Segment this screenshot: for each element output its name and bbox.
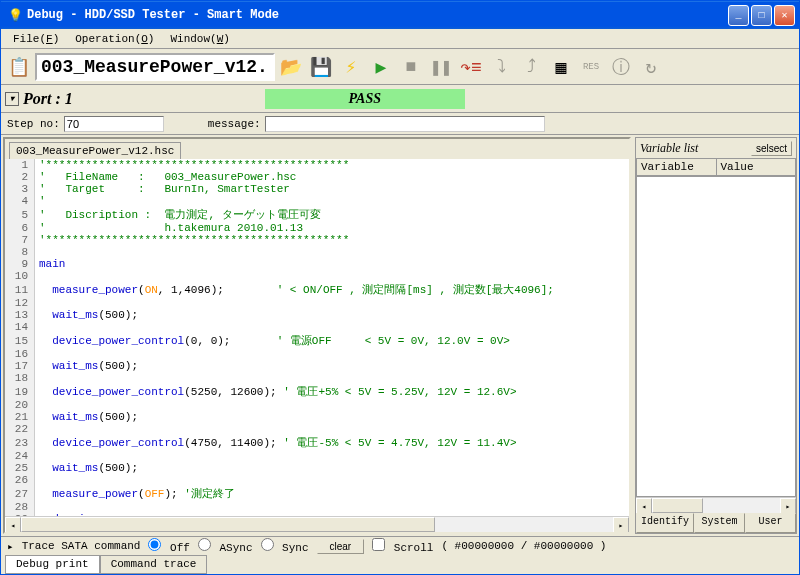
code-content[interactable]: ': [35, 195, 629, 207]
code-line[interactable]: 21 wait_ms(500);: [5, 411, 629, 423]
step-over-icon[interactable]: ↷≡: [457, 53, 485, 81]
scroll-right-icon[interactable]: ▸: [613, 517, 629, 533]
code-line[interactable]: 4': [5, 195, 629, 207]
code-content[interactable]: wait_ms(500);: [35, 462, 629, 474]
code-line[interactable]: 8: [5, 246, 629, 258]
code-content[interactable]: ' Target : BurnIn, SmartTester: [35, 183, 629, 195]
minimize-button[interactable]: _: [728, 5, 749, 26]
code-content[interactable]: measure_power(ON, 1,4096); ' < ON/OFF , …: [35, 282, 629, 297]
code-content[interactable]: measure_power(OFF); '測定終了: [35, 486, 629, 501]
code-content[interactable]: wait_ms(500);: [35, 411, 629, 423]
grid-icon[interactable]: ▦: [547, 53, 575, 81]
code-line[interactable]: 1'**************************************…: [5, 159, 629, 171]
column-variable[interactable]: Variable: [637, 159, 717, 175]
code-content[interactable]: main: [35, 258, 629, 270]
column-value[interactable]: Value: [717, 159, 796, 175]
tab-command-trace[interactable]: Command trace: [100, 555, 208, 574]
horizontal-scrollbar[interactable]: ◂ ▸: [5, 516, 629, 532]
code-line[interactable]: 13 wait_ms(500);: [5, 309, 629, 321]
tab-user[interactable]: User: [745, 513, 796, 533]
code-line[interactable]: 25 wait_ms(500);: [5, 462, 629, 474]
code-content[interactable]: end main: [35, 513, 629, 516]
code-content[interactable]: [35, 423, 629, 435]
open-folder-icon[interactable]: 📂: [277, 53, 305, 81]
code-content[interactable]: wait_ms(500);: [35, 309, 629, 321]
code-content[interactable]: [35, 399, 629, 411]
scroll-right-icon[interactable]: ▸: [780, 498, 796, 514]
code-content[interactable]: '***************************************…: [35, 234, 629, 246]
radio-async[interactable]: ASync: [198, 538, 253, 554]
maximize-button[interactable]: □: [751, 5, 772, 26]
code-line[interactable]: 24: [5, 450, 629, 462]
code-line[interactable]: 6' h.takemura 2010.01.13: [5, 222, 629, 234]
message-input[interactable]: [265, 116, 545, 132]
code-editor[interactable]: 1'**************************************…: [5, 159, 629, 516]
code-line[interactable]: 23 device_power_control(4750, 11400); ' …: [5, 435, 629, 450]
notes-icon[interactable]: 📋: [5, 53, 33, 81]
code-content[interactable]: [35, 246, 629, 258]
code-content[interactable]: ' FileName : 003_MeasurePower.hsc: [35, 171, 629, 183]
code-line[interactable]: 16: [5, 348, 629, 360]
filename-input[interactable]: [35, 53, 275, 81]
code-line[interactable]: 3' Target : BurnIn, SmartTester: [5, 183, 629, 195]
code-line[interactable]: 18: [5, 372, 629, 384]
clear-button[interactable]: clear: [317, 539, 365, 554]
code-line[interactable]: 10: [5, 270, 629, 282]
code-tab[interactable]: 003_MeasurePower_v12.hsc: [9, 142, 181, 159]
variable-body[interactable]: [636, 176, 796, 497]
code-content[interactable]: [35, 348, 629, 360]
menu-window[interactable]: Window(W): [162, 31, 237, 47]
tab-system[interactable]: System: [694, 513, 745, 533]
menu-file[interactable]: File(F): [5, 31, 67, 47]
code-content[interactable]: wait_ms(500);: [35, 360, 629, 372]
code-line[interactable]: 20: [5, 399, 629, 411]
scroll-left-icon[interactable]: ◂: [5, 517, 21, 533]
code-content[interactable]: [35, 372, 629, 384]
code-line[interactable]: 27 measure_power(OFF); '測定終了: [5, 486, 629, 501]
expand-icon[interactable]: ▸: [7, 540, 14, 553]
checkbox-scroll[interactable]: Scroll: [372, 538, 433, 554]
code-line[interactable]: 15 device_power_control(0, 0); ' 電源OFF <…: [5, 333, 629, 348]
port-dropdown-icon[interactable]: ▾: [5, 92, 19, 106]
radio-sync[interactable]: Sync: [261, 538, 309, 554]
code-line[interactable]: 17 wait_ms(500);: [5, 360, 629, 372]
code-line[interactable]: 26: [5, 474, 629, 486]
var-horizontal-scrollbar[interactable]: ◂ ▸: [636, 497, 796, 513]
code-line[interactable]: 9main: [5, 258, 629, 270]
code-line[interactable]: 12: [5, 297, 629, 309]
code-line[interactable]: 14: [5, 321, 629, 333]
code-content[interactable]: [35, 321, 629, 333]
code-content[interactable]: [35, 501, 629, 513]
code-line[interactable]: 7'**************************************…: [5, 234, 629, 246]
code-content[interactable]: ' Discription : 電力測定, ターゲット電圧可変: [35, 207, 629, 222]
code-line[interactable]: 29end main: [5, 513, 629, 516]
tab-identify[interactable]: Identify: [636, 513, 694, 533]
tab-debug-print[interactable]: Debug print: [5, 555, 100, 574]
play-icon[interactable]: ▶: [367, 53, 395, 81]
menu-operation[interactable]: Operation(O): [67, 31, 162, 47]
code-content[interactable]: device_power_control(0, 0); ' 電源OFF < 5V…: [35, 333, 629, 348]
scroll-left-icon[interactable]: ◂: [636, 498, 652, 514]
code-content[interactable]: ' h.takemura 2010.01.13: [35, 222, 629, 234]
code-content[interactable]: device_power_control(4750, 11400); ' 電圧-…: [35, 435, 629, 450]
code-line[interactable]: 19 device_power_control(5250, 12600); ' …: [5, 384, 629, 399]
close-button[interactable]: ✕: [774, 5, 795, 26]
lightning-icon[interactable]: ⚡: [337, 53, 365, 81]
app-icon: 💡: [7, 7, 23, 23]
select-button[interactable]: selsect: [751, 141, 792, 156]
code-line[interactable]: 28: [5, 501, 629, 513]
code-content[interactable]: [35, 270, 629, 282]
save-icon[interactable]: 💾: [307, 53, 335, 81]
code-content[interactable]: '***************************************…: [35, 159, 629, 171]
code-content[interactable]: [35, 297, 629, 309]
code-content[interactable]: [35, 450, 629, 462]
code-line[interactable]: 22: [5, 423, 629, 435]
radio-off[interactable]: Off: [148, 538, 189, 554]
code-content[interactable]: [35, 474, 629, 486]
code-line[interactable]: 2' FileName : 003_MeasurePower.hsc: [5, 171, 629, 183]
code-line[interactable]: 5' Discription : 電力測定, ターゲット電圧可変: [5, 207, 629, 222]
step-input[interactable]: [64, 116, 164, 132]
code-content[interactable]: device_power_control(5250, 12600); ' 電圧+…: [35, 384, 629, 399]
code-line[interactable]: 11 measure_power(ON, 1,4096); ' < ON/OFF…: [5, 282, 629, 297]
variable-columns: Variable Value: [636, 158, 796, 176]
